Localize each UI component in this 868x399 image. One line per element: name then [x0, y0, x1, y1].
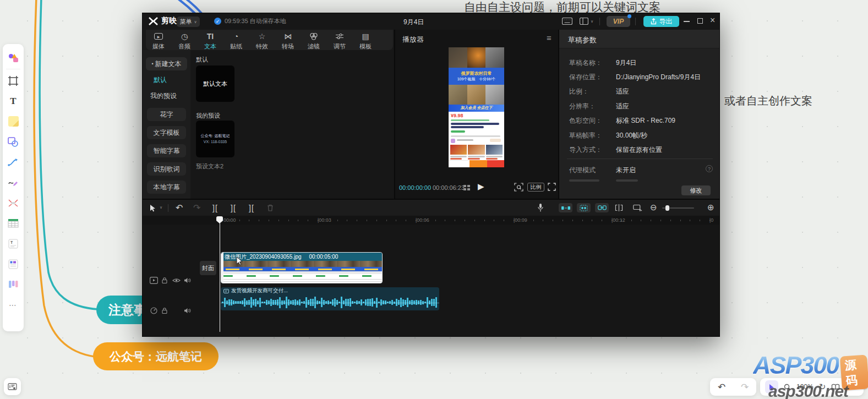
export-button[interactable]: 导出 [643, 16, 679, 27]
zoom-slider-thumb[interactable] [665, 205, 669, 211]
sidebar-item-fancy-text[interactable]: 花字 [147, 108, 186, 121]
sticky-note-icon[interactable] [3, 111, 24, 132]
mindmap-node-orange[interactable]: 公众号：远航笔记 [93, 342, 219, 370]
note-card-icon[interactable] [3, 254, 24, 274]
sidebar-item-new-text[interactable]: • 新建文本 [146, 57, 187, 70]
tab-filter[interactable]: 滤镜 [302, 32, 326, 51]
param-value[interactable]: 保留在原有位置 [616, 145, 662, 155]
zoom-in-button[interactable]: ⊕ [707, 203, 714, 212]
param-value[interactable]: 标准 SDR - Rec.709 [616, 116, 675, 125]
audio-clip[interactable]: 发货视频开发商可交付... [221, 287, 439, 310]
connector-icon[interactable] [3, 152, 24, 172]
preview-product-page: ¥9.98 [449, 112, 504, 167]
modify-button[interactable]: 修改 [681, 185, 711, 195]
kanban-icon[interactable] [3, 274, 24, 294]
play-button[interactable]: ▶ [478, 182, 484, 192]
tab-transition[interactable]: ⋈转场 [276, 32, 300, 51]
zoom-out-button[interactable]: ⊖ [650, 203, 657, 212]
shortcuts-button[interactable] [562, 18, 572, 25]
sidebar-item-lyrics-recognition[interactable]: 识别歌词 [147, 162, 186, 176]
audio-track-mute-icon[interactable] [184, 308, 192, 314]
pen-icon[interactable] [3, 172, 24, 193]
help-icon[interactable]: ? [706, 165, 713, 172]
preset-text-tile[interactable]: 公众号: 远航笔记 VX: 118-0335 [196, 121, 234, 157]
delete-button[interactable] [267, 204, 274, 211]
sidebar-item-default[interactable]: 默认 [154, 75, 167, 85]
media-icon: ▶ [154, 32, 163, 41]
cover-button[interactable]: 封面 [200, 261, 216, 275]
tab-audio[interactable]: ◷音频 [172, 32, 196, 51]
presentation-settings-button[interactable] [4, 378, 21, 395]
sidebar-item-smart-subtitles[interactable]: 智能字幕 [147, 144, 186, 157]
param-value[interactable]: 适应 [616, 87, 629, 96]
param-value[interactable]: 适应 [616, 102, 629, 111]
tab-text[interactable]: TI文本 [198, 32, 222, 51]
ratio-button[interactable]: 比例 [527, 183, 544, 192]
sidebar-item-text-template[interactable]: 文字模板 [147, 126, 186, 139]
audio-clip-name: 发货视频开发商可交付... [231, 287, 288, 294]
text-tool-icon[interactable]: T [3, 91, 24, 111]
undo-button[interactable]: ↶ [176, 203, 183, 213]
select-tool-chevron-icon[interactable]: ∨ [160, 205, 162, 210]
param-value[interactable]: 30.00帧/秒 [616, 131, 647, 140]
video-track-lock-icon[interactable] [161, 277, 168, 284]
video-track-hide-icon[interactable] [172, 277, 181, 283]
redo-button[interactable]: ↷ [193, 203, 200, 213]
video-clip[interactable]: 微信图片_20230904093055.jpg 00:00:05:00 [221, 252, 383, 283]
section-title-default: 默认 [196, 56, 208, 64]
sticker-icon: ◔ [234, 32, 238, 41]
player-menu-icon[interactable]: ≡ [547, 33, 552, 42]
preview-axis-button[interactable] [633, 204, 642, 211]
tab-media[interactable]: ▶媒体 [146, 32, 171, 51]
audio-track-lock-icon[interactable] [161, 307, 168, 314]
trim-left-button[interactable]: ][ [231, 204, 236, 212]
waveform-bar [283, 300, 285, 304]
timeline-zoom-slider[interactable] [662, 207, 694, 209]
video-clip-header: 微信图片_20230904093055.jpg 00:00:05:00 [221, 253, 382, 261]
waveform-bar [233, 300, 234, 304]
menu-button[interactable]: 菜单 ∨ [177, 17, 200, 27]
sidebar-item-local-subtitles[interactable]: 本地字幕 [147, 181, 186, 194]
auto-snap-toggle[interactable] [577, 203, 591, 212]
default-text-tile[interactable]: 默认文本 [196, 65, 234, 102]
video-track-mute-icon[interactable] [184, 277, 192, 283]
frame-icon[interactable] [3, 70, 24, 91]
more-tools-icon[interactable]: ⋯ [3, 294, 24, 315]
trim-right-button[interactable]: ][ [249, 204, 254, 212]
shapes-icon[interactable] [3, 132, 24, 152]
vip-badge[interactable]: VIP [607, 16, 630, 27]
frame-focus-button[interactable] [514, 183, 523, 192]
whiteboard-undo-button[interactable]: ↶ [718, 381, 725, 393]
tab-effects[interactable]: ☆特效 [250, 32, 274, 51]
proxy-value[interactable]: 未开启 [616, 166, 636, 175]
close-button[interactable]: × [710, 15, 715, 25]
minimize-button[interactable] [684, 21, 690, 22]
playhead-line[interactable] [220, 222, 221, 332]
document-icon[interactable]: T [3, 233, 24, 254]
select-tool-button[interactable] [150, 204, 156, 212]
tab-adjust[interactable]: 调节 [327, 32, 352, 51]
linkage-toggle[interactable] [595, 203, 609, 212]
clip-left-trim-handle[interactable] [221, 253, 223, 283]
main-track-magnet-toggle[interactable] [559, 203, 572, 212]
maximize-button[interactable] [697, 18, 703, 24]
param-value: 9月4日 [616, 58, 636, 68]
transition-icon: ⋈ [284, 32, 292, 41]
whiteboard-redo-button[interactable]: ↷ [741, 381, 749, 393]
templates-icon[interactable] [3, 47, 24, 68]
record-voiceover-button[interactable] [537, 203, 544, 212]
waveform-bar [294, 299, 296, 306]
split-preview-button[interactable] [615, 204, 623, 211]
preview-quality-icon[interactable] [463, 185, 470, 190]
sidebar-item-my-presets[interactable]: 我的预设 [150, 91, 177, 101]
fullscreen-button[interactable] [548, 183, 556, 191]
tab-template[interactable]: ▤模板 [353, 32, 378, 51]
layout-button[interactable]: ∨ [580, 18, 593, 25]
teal-connector-line [40, 0, 98, 309]
split-button[interactable]: ][ [212, 204, 218, 212]
tab-sticker[interactable]: ◔贴纸 [224, 32, 248, 51]
timeline-ruler[interactable]: 00:00 |00:03 |00:06 |00:09 |00:12 |0 [143, 217, 720, 225]
video-preview[interactable]: 俄罗斯农村日常 109个视频 十分钟/个 加入会员 全店任下 ¥9.98 [449, 47, 504, 167]
table-icon[interactable] [3, 213, 24, 233]
mindmap-icon[interactable] [3, 193, 24, 213]
